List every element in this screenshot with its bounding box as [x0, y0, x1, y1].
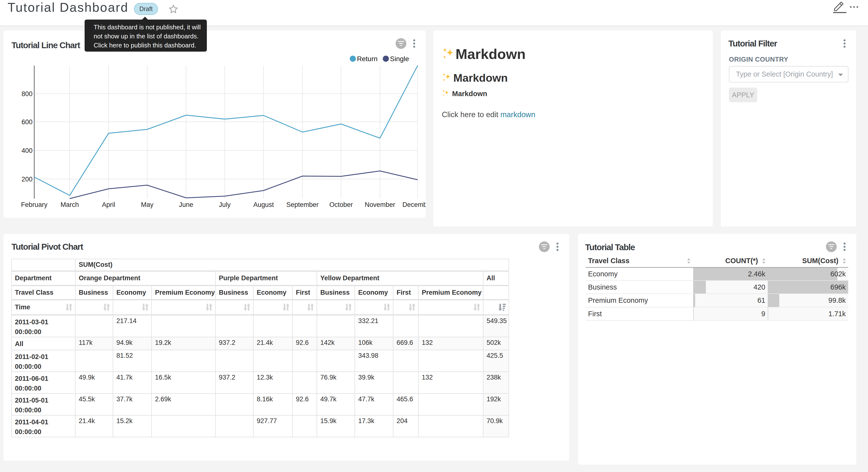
svg-text:August: August: [253, 201, 274, 208]
svg-text:Single: Single: [390, 55, 409, 63]
svg-text:September: September: [286, 201, 319, 208]
svg-text:200: 200: [22, 176, 33, 183]
svg-text:Return: Return: [357, 55, 377, 63]
svg-text:February: February: [21, 201, 48, 208]
svg-text:600: 600: [22, 118, 33, 126]
svg-text:March: March: [60, 201, 79, 208]
svg-text:400: 400: [22, 147, 33, 154]
svg-text:June: June: [179, 201, 193, 208]
svg-text:November: November: [365, 201, 395, 208]
svg-text:April: April: [102, 201, 115, 208]
svg-text:December: December: [402, 201, 426, 208]
svg-text:May: May: [141, 201, 154, 208]
svg-text:October: October: [329, 201, 353, 208]
svg-text:July: July: [219, 201, 231, 208]
svg-text:800: 800: [22, 90, 33, 97]
